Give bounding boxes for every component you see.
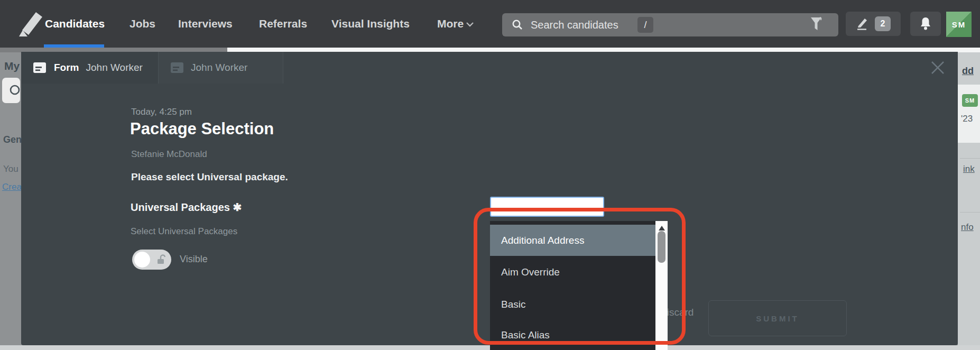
nav-item-more[interactable]: More	[437, 0, 464, 48]
dropdown-scrollbar[interactable]	[655, 221, 668, 350]
close-icon[interactable]	[928, 58, 947, 77]
active-tab-underline	[44, 44, 104, 48]
tab-name-label: John Worker	[191, 62, 247, 73]
scrollbar-thumb[interactable]	[658, 231, 665, 263]
drafts-button[interactable]: 2	[846, 12, 901, 36]
search-icon	[8, 84, 21, 97]
tab-form-john-worker[interactable]: Form John Worker	[21, 52, 159, 84]
background-page-left-edge: My Gen You Crea	[0, 52, 21, 345]
toggle-knob[interactable]	[134, 252, 150, 268]
form-author: Stefanie McDonald	[131, 149, 207, 160]
option-additional-address[interactable]: Additional Address	[490, 225, 655, 256]
form-card-icon	[33, 62, 46, 73]
slash-shortcut-badge: /	[637, 17, 653, 33]
nav-item-visual-insights[interactable]: Visual Insights	[331, 0, 410, 48]
nav-item-referrals[interactable]: Referrals	[259, 0, 307, 48]
top-nav: Candidates Jobs Interviews Referrals Vis…	[0, 0, 980, 48]
option-aim-override[interactable]: Aim Override	[490, 256, 655, 288]
form-card-icon	[171, 62, 183, 73]
add-link-fragment[interactable]: dd	[962, 66, 974, 77]
page-search-box-fragment[interactable]	[2, 78, 20, 103]
avatar-badge-fragment: SM	[962, 94, 978, 107]
chevron-down-icon	[465, 20, 475, 30]
notifications-button[interactable]	[910, 12, 941, 36]
background-page-right-edge: dd SM '23 ink nfo	[958, 52, 980, 345]
search-icon	[512, 19, 523, 31]
link-fragment[interactable]: ink	[963, 164, 975, 174]
option-basic-alias[interactable]: Basic Alias	[490, 320, 655, 350]
toggle-label: Visible	[180, 254, 208, 265]
option-basic[interactable]: Basic	[490, 288, 655, 320]
form-instruction: Please select Universal package.	[131, 171, 288, 183]
lever-logo-icon[interactable]	[15, 9, 45, 39]
visibility-toggle[interactable]	[132, 250, 171, 270]
filter-funnel-icon[interactable]	[810, 16, 824, 34]
create-link-fragment[interactable]: Crea	[2, 182, 22, 192]
body-text-fragment: You	[3, 164, 19, 174]
divider	[960, 212, 980, 213]
pencil-edit-icon	[856, 17, 870, 31]
tab-name-label: John Worker	[86, 62, 143, 73]
search-box[interactable]: /	[502, 13, 838, 36]
user-avatar[interactable]: SM	[946, 12, 972, 37]
section-heading-fragment: Gen	[3, 134, 22, 145]
search-input[interactable]	[530, 19, 637, 32]
form-title: Package Selection	[130, 119, 274, 139]
page-title-fragment: My	[4, 60, 20, 72]
nav-item-candidates[interactable]: Candidates	[45, 0, 105, 48]
nav-item-interviews[interactable]: Interviews	[178, 0, 233, 48]
bell-icon	[919, 16, 932, 31]
field-hint: Select Universal Packages	[131, 226, 237, 237]
open-padlock-icon	[156, 254, 166, 265]
form-timestamp: Today, 4:25 pm	[131, 107, 192, 117]
package-search-input[interactable]	[490, 197, 604, 217]
year-text-fragment: '23	[961, 114, 973, 124]
info-link-fragment[interactable]: nfo	[961, 222, 974, 233]
nav-item-jobs[interactable]: Jobs	[130, 0, 155, 48]
form-modal: Form John Worker John Worker Today, 4:25…	[21, 52, 958, 345]
required-asterisk: ✱	[233, 201, 242, 213]
screen: Candidates Jobs Interviews Referrals Vis…	[0, 0, 980, 350]
drafts-count-badge: 2	[875, 16, 891, 31]
divider	[960, 158, 980, 159]
submit-button[interactable]: SUBMIT	[708, 300, 847, 336]
field-label: Universal Packages ✱	[131, 201, 242, 214]
package-options-list: Additional Address Aim Override Basic Ba…	[490, 221, 655, 350]
tab-type-label: Form	[54, 62, 79, 73]
tab-john-worker[interactable]: John Worker	[159, 52, 283, 84]
scroll-up-icon[interactable]	[659, 226, 665, 231]
